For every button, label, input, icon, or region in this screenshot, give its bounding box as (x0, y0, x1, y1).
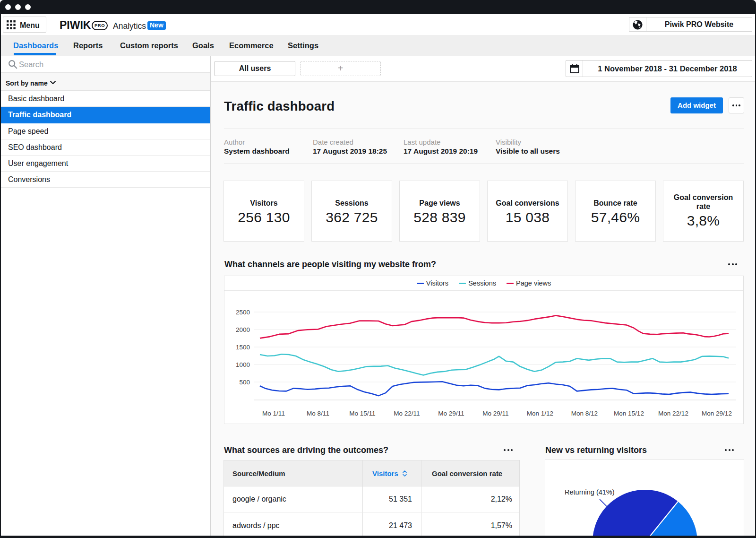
svg-text:1500: 1500 (236, 344, 250, 351)
svg-text:Mo 29/11: Mo 29/11 (438, 410, 464, 417)
svg-text:2000: 2000 (236, 326, 250, 333)
svg-text:Mon 8/12: Mon 8/12 (571, 410, 598, 417)
svg-text:Mon 1/12: Mon 1/12 (527, 410, 553, 417)
svg-text:Mon 29/12: Mon 29/12 (702, 410, 732, 417)
svg-text:Returning (41%): Returning (41%) (565, 488, 615, 496)
svg-text:1000: 1000 (236, 361, 250, 368)
svg-text:Mo 8/11: Mo 8/11 (307, 410, 329, 417)
svg-text:Mo 22/11: Mo 22/11 (394, 410, 420, 417)
svg-text:500: 500 (239, 379, 250, 386)
svg-text:Mo 1/11: Mo 1/11 (262, 410, 285, 417)
svg-text:Mon 15/12: Mon 15/12 (614, 410, 644, 417)
svg-text:Mon 22/12: Mon 22/12 (658, 410, 688, 417)
svg-text:Mo 15/11: Mo 15/11 (349, 410, 375, 417)
svg-text:2500: 2500 (236, 309, 250, 316)
svg-text:Mo 29/11: Mo 29/11 (482, 410, 508, 417)
